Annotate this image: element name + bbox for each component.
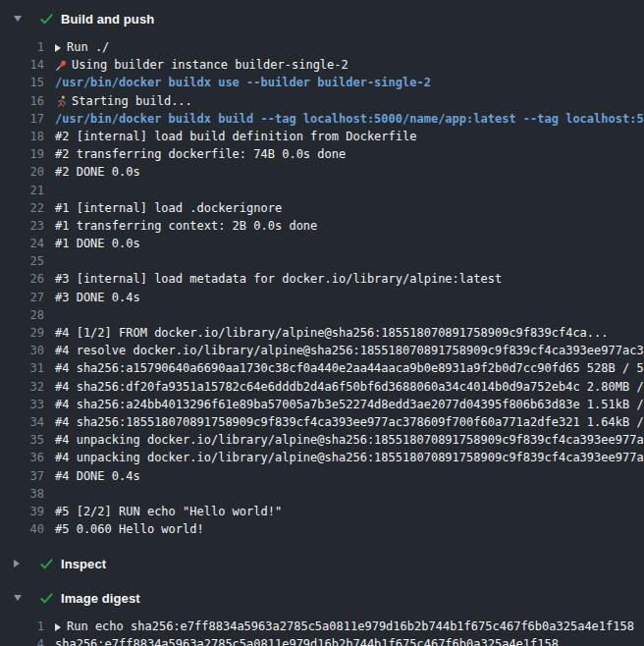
line-number[interactable]: 1 bbox=[0, 38, 44, 56]
chevron-down-icon[interactable] bbox=[14, 595, 26, 601]
log-line: 26#3 [internal] load metadata for docker… bbox=[0, 270, 644, 288]
section-title: Image digest bbox=[61, 591, 140, 606]
line-number[interactable]: 28 bbox=[0, 306, 44, 324]
log-line: 21 bbox=[0, 182, 644, 199]
line-number[interactable]: 16 bbox=[0, 92, 44, 110]
chevron-down-icon[interactable] bbox=[14, 16, 26, 22]
line-number[interactable]: 20 bbox=[0, 163, 44, 181]
play-icon bbox=[55, 40, 67, 54]
play-icon bbox=[55, 619, 67, 633]
log-line: 28 bbox=[0, 306, 644, 324]
line-number[interactable]: 21 bbox=[0, 182, 44, 199]
log-lines-image-digest: 1Run echo sha256:e7ff8834a5963a2785c5a08… bbox=[0, 609, 644, 646]
section-header-image-digest[interactable]: Image digest bbox=[0, 587, 644, 609]
log-text: #3 DONE 0.4s bbox=[55, 289, 140, 306]
log-line: 15/usr/bin/docker buildx use --builder b… bbox=[0, 74, 644, 91]
chevron-right-icon[interactable] bbox=[14, 560, 26, 567]
log-text: #4 resolve docker.io/library/alpine@sha2… bbox=[55, 342, 644, 359]
log-line: 32#4 sha256:df20fa9351a15782c64e6dddb2d4… bbox=[0, 378, 644, 396]
log-text: Run echo sha256:e7ff8834a5963a2785c5a081… bbox=[55, 618, 634, 635]
log-line: 20#2 DONE 0.0s bbox=[0, 163, 644, 181]
line-number[interactable]: 30 bbox=[0, 342, 44, 359]
log-line: 24#1 DONE 0.0s bbox=[0, 235, 644, 252]
check-icon bbox=[39, 591, 54, 606]
log-text: #2 DONE 0.0s bbox=[55, 163, 140, 181]
runner-icon bbox=[55, 94, 72, 108]
line-number[interactable]: 22 bbox=[0, 199, 44, 217]
line-number[interactable]: 18 bbox=[0, 128, 44, 145]
section-image-digest: Image digest 1Run echo sha256:e7ff8834a5… bbox=[0, 587, 644, 646]
log-line: 19#2 transferring dockerfile: 74B 0.0s d… bbox=[0, 145, 644, 163]
line-number[interactable]: 34 bbox=[0, 413, 44, 431]
line-number[interactable]: 32 bbox=[0, 378, 44, 396]
log-text: #4 sha256:a24bb4013296f61e89ba57005a7b3e… bbox=[55, 396, 644, 413]
line-number[interactable]: 37 bbox=[0, 467, 44, 485]
line-number[interactable]: 25 bbox=[0, 252, 44, 270]
log-line: 14Using builder instance builder-single-… bbox=[0, 56, 644, 74]
log-text-command: /usr/bin/docker buildx use --builder bui… bbox=[55, 74, 431, 91]
log-text: #2 transferring dockerfile: 74B 0.0s don… bbox=[55, 145, 346, 163]
log-line: 40#5 0.060 Hello world! bbox=[0, 520, 644, 538]
log-lines-build-and-push: 1Run ./14Using builder instance builder-… bbox=[0, 29, 644, 544]
line-number[interactable]: 33 bbox=[0, 396, 44, 413]
log-line: 38 bbox=[0, 485, 644, 503]
log-text: #4 sha256:a15790640a6690aa1730c38cf0a440… bbox=[55, 359, 644, 377]
section-build-and-push: Build and push 1Run ./14Using builder in… bbox=[0, 8, 644, 544]
line-number[interactable]: 1 bbox=[0, 618, 44, 635]
log-line: 27#3 DONE 0.4s bbox=[0, 289, 644, 306]
line-number[interactable]: 15 bbox=[0, 74, 44, 91]
line-number[interactable]: 24 bbox=[0, 235, 44, 252]
log-line: 37#4 DONE 0.4s bbox=[0, 467, 644, 485]
section-title: Build and push bbox=[61, 12, 154, 27]
log-line: 16Starting build... bbox=[0, 92, 644, 110]
log-line: 30#4 resolve docker.io/library/alpine@sh… bbox=[0, 342, 644, 359]
line-number[interactable]: 26 bbox=[0, 270, 44, 288]
log-line: 22#1 [internal] load .dockerignore bbox=[0, 199, 644, 217]
section-inspect: Inspect bbox=[0, 553, 644, 574]
line-number[interactable]: 31 bbox=[0, 359, 44, 377]
section-title: Inspect bbox=[61, 557, 106, 571]
line-number[interactable]: 27 bbox=[0, 289, 44, 306]
log-line: 18#2 [internal] load build definition fr… bbox=[0, 128, 644, 145]
log-text: #2 [internal] load build definition from… bbox=[55, 128, 416, 145]
log-text: #1 [internal] load .dockerignore bbox=[55, 199, 282, 217]
line-number[interactable]: 19 bbox=[0, 145, 44, 163]
log-line: 4sha256:e7ff8834a5963a2785c5a0811e979d16… bbox=[0, 635, 644, 646]
log-text: #4 unpacking docker.io/library/alpine@sh… bbox=[55, 449, 644, 466]
line-number[interactable]: 17 bbox=[0, 110, 44, 128]
line-number[interactable]: 29 bbox=[0, 324, 44, 342]
log-line: 1Run echo sha256:e7ff8834a5963a2785c5a08… bbox=[0, 618, 644, 635]
log-text-command: /usr/bin/docker buildx build --tag local… bbox=[55, 110, 644, 128]
log-text: Using builder instance builder-single-2 bbox=[55, 56, 349, 74]
log-text: sha256:e7ff8834a5963a2785c5a0811e979d16b… bbox=[55, 635, 559, 646]
line-number[interactable]: 38 bbox=[0, 485, 44, 503]
line-number[interactable]: 4 bbox=[0, 635, 44, 646]
log-line: 33#4 sha256:a24bb4013296f61e89ba57005a7b… bbox=[0, 396, 644, 413]
log-text: #4 unpacking docker.io/library/alpine@sh… bbox=[55, 431, 644, 449]
log-line: 17/usr/bin/docker buildx build --tag loc… bbox=[0, 110, 644, 128]
check-icon bbox=[39, 12, 54, 27]
log-text: #4 [1/2] FROM docker.io/library/alpine@s… bbox=[55, 324, 609, 342]
line-number[interactable]: 39 bbox=[0, 503, 44, 520]
line-number[interactable]: 14 bbox=[0, 56, 44, 74]
line-number[interactable]: 35 bbox=[0, 431, 44, 449]
log-text: #1 DONE 0.0s bbox=[55, 235, 140, 252]
log-line: 35#4 unpacking docker.io/library/alpine@… bbox=[0, 431, 644, 449]
log-text: #5 0.060 Hello world! bbox=[55, 520, 204, 538]
section-header-inspect[interactable]: Inspect bbox=[0, 553, 644, 574]
log-text: #4 sha256:185518070891758909c9f839cf4ca3… bbox=[55, 413, 644, 431]
line-number[interactable]: 36 bbox=[0, 449, 44, 466]
log-text: #4 sha256:df20fa9351a15782c64e6dddb2d4a6… bbox=[55, 378, 644, 396]
pushpin-icon bbox=[55, 58, 72, 72]
log-line: 31#4 sha256:a15790640a6690aa1730c38cf0a4… bbox=[0, 359, 644, 377]
log-line: 36#4 unpacking docker.io/library/alpine@… bbox=[0, 449, 644, 466]
section-header-build-and-push[interactable]: Build and push bbox=[0, 8, 644, 29]
log-text: Run ./ bbox=[55, 38, 109, 56]
log-text: Starting build... bbox=[55, 92, 192, 110]
line-number[interactable]: 23 bbox=[0, 217, 44, 235]
line-number[interactable]: 40 bbox=[0, 520, 44, 538]
log-text: #4 DONE 0.4s bbox=[55, 467, 140, 485]
log-line: 23#1 transferring context: 2B 0.0s done bbox=[0, 217, 644, 235]
workflow-log-viewer: Build and push 1Run ./14Using builder in… bbox=[0, 0, 644, 646]
check-icon bbox=[39, 557, 54, 571]
